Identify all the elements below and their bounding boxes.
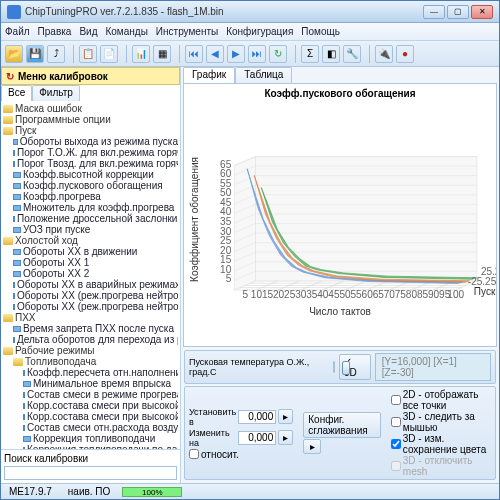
svg-text:-25.25: -25.25 [468,276,496,287]
checksum-icon[interactable]: Σ [301,45,319,63]
svg-text:40: 40 [317,289,329,300]
tree-item[interactable]: Корр.состава смеси при высокой т-ре О.Ж.… [3,411,178,422]
tool-icon[interactable]: 🔧 [343,45,361,63]
tree-item-label: Маска ошибок [15,103,82,114]
tree-item[interactable]: ПХХ [3,312,178,323]
tab-table[interactable]: Таблица [235,67,292,83]
tree-item[interactable]: Маска ошибок [3,103,178,114]
tree-item[interactable]: Холостой ход [3,235,178,246]
tree-item[interactable]: Топливоподача [3,356,178,367]
svg-text:20: 20 [273,289,285,300]
tree-item[interactable]: Обороты ХХ (реж.прогрева нейтронизатора.… [3,301,178,312]
tree-item[interactable]: Обороты ХХ 1 [3,257,178,268]
connect-icon[interactable]: 🔌 [375,45,393,63]
tree-item[interactable]: Множитель для коэфф.прогрева [3,202,178,213]
tree-item-label: УОЗ при пуске [23,224,90,235]
menu-commands[interactable]: Команды [105,26,147,37]
tree-item[interactable]: Коэфф.высотной коррекции [3,169,178,180]
svg-text:60: 60 [220,168,232,179]
change-apply-button[interactable]: ▸ [278,430,293,445]
menu-tools[interactable]: Инструменты [156,26,218,37]
tree-item[interactable]: Положение дроссельной заслонки при пуске [3,213,178,224]
tree-item[interactable]: Коэфф.пересчета отн.наполнения в время..… [3,367,178,378]
change-value-input[interactable] [238,431,276,445]
content-area: График Таблица Коэфф.пускового обогащени… [181,67,499,483]
calibration-tree[interactable]: Маска ошибокПрограммные опцииПускОбороты… [1,101,180,449]
tree-item[interactable]: Состав смеси отн.расхода воздуха (фикс..… [3,422,178,433]
svg-text:75: 75 [395,289,407,300]
opt2-checkbox[interactable] [391,417,401,427]
table-icon[interactable]: ▦ [153,45,171,63]
opt1-checkbox[interactable] [391,395,401,405]
smooth-config-button[interactable]: Конфиг. сглаживания [303,412,381,438]
leaf-icon [13,326,21,332]
tree-item[interactable]: Состав смеси в режиме прогрева [3,389,178,400]
menu-file[interactable]: Файл [5,26,30,37]
set-value-input[interactable] [238,410,276,424]
opt2-label: 3D - следить за мышью [403,411,491,433]
tree-item[interactable]: Пуск [3,125,178,136]
opt3-checkbox[interactable] [391,439,401,449]
tree-item[interactable]: Коррекция топливоподачи [3,433,178,444]
leaf-icon [13,205,21,211]
menu-config[interactable]: Конфигурация [226,26,293,37]
reload-icon[interactable]: ↻ [269,45,287,63]
leaf-icon [13,216,15,222]
compare-icon[interactable]: ◧ [322,45,340,63]
sidebar-refresh-icon[interactable]: ↻ [6,71,14,82]
chart-canvas[interactable]: 5101520253035404550556065510152025303540… [184,103,496,346]
titlebar-text: ChipTuningPRO ver.7.2.1.835 - flash_1M.b… [25,6,423,17]
tree-item[interactable]: Рабочие режимы [3,345,178,356]
tree-item[interactable]: Дельта оборотов для перехода из режима П… [3,334,178,345]
maximize-button[interactable]: ▢ [447,5,469,19]
menu-view[interactable]: Вид [79,26,97,37]
svg-text:65: 65 [373,289,385,300]
tree-item[interactable]: УОЗ при пуске [3,224,178,235]
tree-item[interactable]: Программные опции [3,114,178,125]
nav-prev-icon[interactable]: ◀ [206,45,224,63]
open-icon[interactable]: 📂 [5,45,23,63]
tree-item[interactable]: Порог Твозд. для вкл.режима горячего пус… [3,158,178,169]
menu-edit[interactable]: Правка [38,26,72,37]
smooth-apply-button[interactable]: ▸ [303,439,321,454]
close-button[interactable]: ✕ [471,5,493,19]
nav-last-icon[interactable]: ⏭ [248,45,266,63]
app-icon [7,5,21,19]
svg-text:50: 50 [220,187,232,198]
nav-next-icon[interactable]: ▶ [227,45,245,63]
tree-item[interactable]: Порог Т.О.Ж. для вкл.режима горячего пус… [3,147,178,158]
record-icon[interactable]: ● [396,45,414,63]
tree-item[interactable]: Минимальное время впрыска [3,378,178,389]
tree-item[interactable]: Время запрета ПХХ после пуска [3,323,178,334]
tab-chart[interactable]: График [183,67,235,83]
temp-slider[interactable] [333,361,335,373]
menu-help[interactable]: Помощь [301,26,340,37]
tree-item[interactable]: Корр.состава смеси при высокой т-ре О.Ж. [3,400,178,411]
copy-icon[interactable]: 📋 [79,45,97,63]
tree-item[interactable]: Обороты ХХ 2 [3,268,178,279]
chart-icon[interactable]: 📊 [132,45,150,63]
tree-item-label: Пуск [15,125,36,136]
svg-text:90: 90 [428,289,440,300]
relative-checkbox[interactable] [189,449,199,459]
leaf-icon [13,271,21,277]
search-input[interactable] [4,466,177,480]
leaf-icon [13,183,21,189]
export-icon[interactable]: ⤴ [47,45,65,63]
tree-item[interactable]: Коэфф.пускового обогащения [3,180,178,191]
sidebar-tab-all[interactable]: Все [1,85,32,101]
nav-first-icon[interactable]: ⏮ [185,45,203,63]
svg-text:55: 55 [351,289,363,300]
paste-icon[interactable]: 📄 [100,45,118,63]
save-icon[interactable]: 💾 [26,45,44,63]
set-apply-button[interactable]: ▸ [278,409,293,424]
tree-item-label: Обороты выхода из режима пуска [20,136,178,147]
tree-item[interactable]: Обороты ХХ в движении [3,246,178,257]
tree-item[interactable]: Обороты ХХ в аварийных режимах [3,279,178,290]
tree-item[interactable]: Обороты выхода из режима пуска [3,136,178,147]
tree-item[interactable]: Коэфф.прогрева [3,191,178,202]
sidebar-tab-filter[interactable]: Фильтр [32,85,80,101]
minimize-button[interactable]: — [423,5,445,19]
tree-item[interactable]: Обороты ХХ (реж.прогрева нейтронизатора.… [3,290,178,301]
svg-text:45: 45 [220,197,232,208]
